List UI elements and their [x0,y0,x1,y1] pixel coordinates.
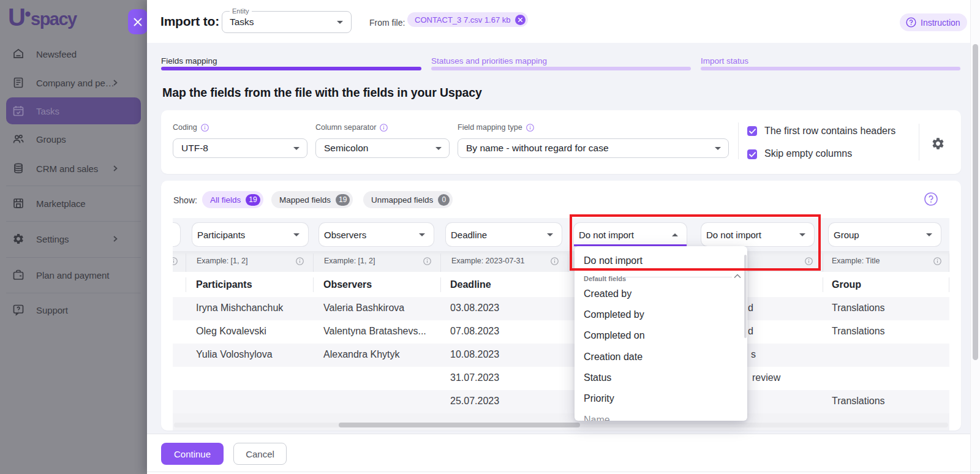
svg-text:spacy: spacy [31,9,77,29]
svg-text:U: U [9,6,25,31]
